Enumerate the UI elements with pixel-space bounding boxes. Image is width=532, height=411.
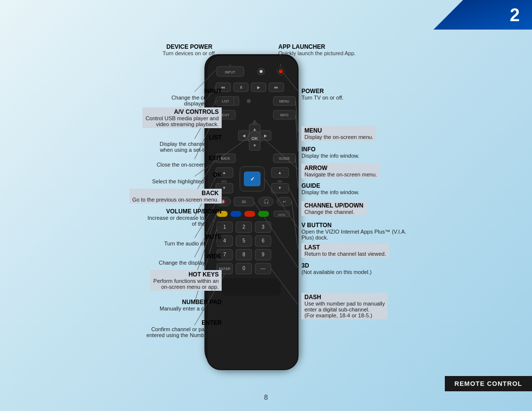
page-number: 2 (510, 5, 520, 26)
label-mute: MUTE Turn the audio off or on. (164, 234, 222, 246)
label-number-pad: NUMBER PAD Manually enter a channel. (160, 299, 222, 311)
label-wide: WIDE Change the display mode. (159, 253, 222, 266)
label-info: INFO Display the info window. (301, 146, 359, 159)
label-hot-keys: HOT KEYS Perform functions within anon-s… (150, 270, 222, 291)
label-exit: EXIT Close the on-screen menu. (157, 155, 222, 168)
label-power: POWER Turn TV on or off. (301, 88, 343, 101)
label-volume: VOLUME UP/DOWN Increase or decrease loud… (148, 208, 222, 227)
device-power-label: DEVICE POWER Turn devices on or off. (163, 43, 216, 56)
label-enter: ENTER Confirm channel or passcodeentered… (146, 319, 222, 338)
bottom-page-number: 8 (264, 393, 268, 401)
label-channel: CHANNEL UP/DOWN Change the channel. (301, 201, 366, 216)
label-av-controls: A/V CONTROLS Control USB media player an… (142, 107, 222, 128)
label-ok: OK Select the highlighted option. (152, 171, 222, 184)
label-list: LIST Display the channel guidewhen using… (160, 134, 222, 153)
label-guide: GUIDE Display the info window. (301, 182, 359, 195)
label-arrow: ARROW Navigate the on-screen menu. (301, 164, 380, 178)
label-last: LAST Return to the channel last viewed. (301, 243, 389, 258)
remote-control-footer-label: REMOTE CONTROL (445, 376, 532, 391)
label-3d: 3D (Not available on this model.) (301, 262, 371, 275)
label-input: INPUT Change the currentlydisplayed inpu… (171, 88, 222, 106)
label-dash: DASH Use with number pad to manuallyente… (301, 293, 388, 319)
label-back: BACK Go to the previous on-screen menu. (130, 189, 222, 204)
label-v-button: V BUTTON Open the VIZIO Internet Apps Pl… (301, 222, 406, 240)
label-menu: MENU Display the on-screen menu. (301, 126, 376, 141)
app-launcher-label: APP LAUNCHER Quickly launch the pictured… (278, 43, 356, 56)
